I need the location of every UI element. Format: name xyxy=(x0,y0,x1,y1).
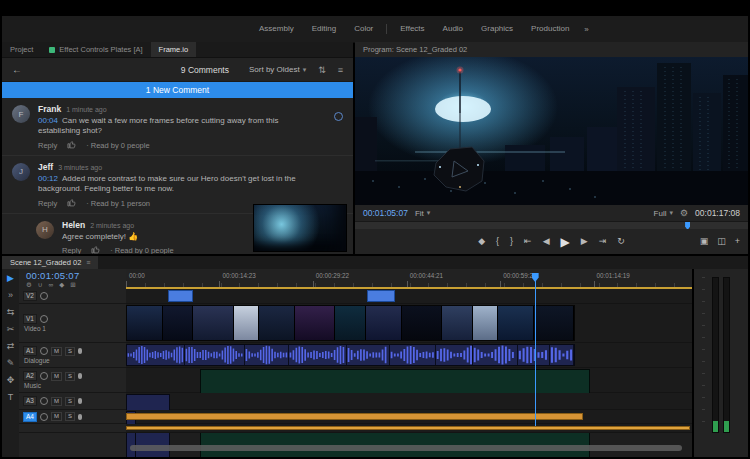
video-clip-thumbnail[interactable] xyxy=(335,306,366,340)
audio-clip-segment[interactable] xyxy=(347,345,390,365)
loop-button[interactable]: ↻ xyxy=(617,237,625,246)
track-patch-a2[interactable]: A2 xyxy=(23,371,37,381)
mute-button[interactable]: M xyxy=(51,372,62,381)
workspace-tab-color[interactable]: Color xyxy=(345,16,382,42)
track-lane-a1[interactable] xyxy=(126,343,692,368)
timeline-ruler[interactable]: 00:0000:00:14:2300:00:29:2200:00:44:2100… xyxy=(126,269,692,288)
video-clip-thumbnail[interactable] xyxy=(127,306,163,340)
video-clip-thumbnail[interactable] xyxy=(234,306,260,340)
clip-v2-adjustment[interactable] xyxy=(367,290,396,302)
track-lane-mix[interactable] xyxy=(126,424,692,433)
mute-button[interactable]: M xyxy=(51,347,62,356)
track-toggle-icon[interactable] xyxy=(40,372,48,380)
workspace-tab-assembly[interactable]: Assembly xyxy=(250,16,303,42)
selection-tool[interactable]: ▶ xyxy=(7,274,14,283)
like-icon[interactable] xyxy=(67,140,76,151)
track-toggle-icon[interactable] xyxy=(40,315,48,323)
panel-tab-frame-io[interactable]: Frame.io xyxy=(151,42,197,57)
workspace-tab-graphics[interactable]: Graphics xyxy=(472,16,522,42)
track-lane-a3[interactable] xyxy=(126,393,692,410)
go-to-out-button[interactable]: ⇥ xyxy=(599,237,607,246)
linked-selection-icon[interactable]: ∞ xyxy=(49,281,54,289)
track-patch-a1[interactable]: A1 xyxy=(23,346,37,356)
video-clip-thumbnail[interactable] xyxy=(442,306,473,340)
track-header-a4[interactable]: A4MS xyxy=(19,410,126,424)
export-frame-button[interactable]: ▣ xyxy=(700,237,709,246)
workspace-tab-audio[interactable]: Audio xyxy=(434,16,472,42)
filter-icon[interactable]: ⇅ xyxy=(318,65,326,75)
track-header-a3[interactable]: A3MS xyxy=(19,393,126,410)
video-clip-thumbnail[interactable] xyxy=(534,306,574,340)
reply-button[interactable]: Reply xyxy=(62,246,81,254)
comment-frank[interactable]: FFrank1 minute ago00:04Can we wait a few… xyxy=(2,98,353,156)
solo-button[interactable]: S xyxy=(65,412,75,421)
track-header-a1[interactable]: A1MSDialogue xyxy=(19,343,126,368)
video-clip-thumbnail[interactable] xyxy=(473,306,499,340)
track-lane-v1[interactable] xyxy=(126,304,692,343)
ripple-edit-tool[interactable]: ⇆ xyxy=(7,308,15,317)
video-clip-thumbnail[interactable] xyxy=(402,306,442,340)
video-clip-thumbnail[interactable] xyxy=(366,306,402,340)
track-lane-a2[interactable] xyxy=(126,368,692,393)
clip-dialogue[interactable] xyxy=(126,344,575,366)
like-icon[interactable] xyxy=(91,245,100,254)
workspace-tab-editing[interactable]: Editing xyxy=(303,16,345,42)
sort-dropdown[interactable]: Sort by Oldest ▾ xyxy=(249,65,306,74)
panel-tab-effect-controls-plates-a-[interactable]: Effect Controls Plates [A] xyxy=(41,42,150,57)
audio-clip-segment[interactable] xyxy=(245,345,289,365)
workspace-tab-effects[interactable]: Effects xyxy=(391,16,433,42)
reply-button[interactable]: Reply xyxy=(38,199,57,208)
video-clip-thumbnail[interactable] xyxy=(295,306,335,340)
sequence-tab[interactable]: Scene 12_Graded 02 ≡ xyxy=(2,256,98,269)
hand-tool[interactable]: ✥ xyxy=(7,376,15,385)
track-header-v1[interactable]: V1Video 1 xyxy=(19,304,126,343)
snap-icon[interactable]: ∪ xyxy=(38,281,43,289)
mic-icon[interactable] xyxy=(78,373,82,379)
timeline-settings-icon[interactable]: ⚙ xyxy=(26,281,32,289)
comment-timecode-link[interactable]: 00:04 xyxy=(38,116,58,125)
panel-settings-icon[interactable]: ≡ xyxy=(338,65,343,75)
audio-clip-segment[interactable] xyxy=(289,345,347,365)
video-clip-thumbnail[interactable] xyxy=(193,306,233,340)
button-editor-button[interactable]: + xyxy=(735,237,740,246)
mute-button[interactable]: M xyxy=(51,412,62,421)
track-header-mix[interactable] xyxy=(19,424,126,433)
slip-tool[interactable]: ⇄ xyxy=(7,342,15,351)
workspace-overflow-button[interactable]: » xyxy=(584,25,588,34)
track-patch-a4[interactable]: A4 xyxy=(23,412,37,422)
track-toggle-icon[interactable] xyxy=(40,347,48,355)
clip-a4-bar[interactable] xyxy=(126,413,583,420)
go-to-in-button[interactable]: ⇤ xyxy=(524,237,532,246)
audio-clip-segment[interactable] xyxy=(473,345,517,365)
track-patch-v2[interactable]: V2 xyxy=(23,291,37,301)
track-toggle-icon[interactable] xyxy=(40,397,48,405)
track-patch-a3[interactable]: A3 xyxy=(23,396,37,406)
clip-v2-adjustment[interactable] xyxy=(168,290,193,302)
like-icon[interactable] xyxy=(67,198,76,209)
video-clip-thumbnail[interactable] xyxy=(259,306,295,340)
audio-clip-segment[interactable] xyxy=(127,345,185,365)
playback-resolution-dropdown[interactable]: Full ▾ xyxy=(654,209,673,218)
track-lane-a4[interactable] xyxy=(126,410,692,424)
add-marker-icon[interactable]: ◆ xyxy=(59,281,64,289)
track-lane-v2[interactable] xyxy=(126,289,692,304)
audio-clip-segment[interactable] xyxy=(185,345,246,365)
play-button[interactable]: ▶ xyxy=(561,236,570,248)
timeline-display-icon[interactable]: ⊞ xyxy=(70,281,75,289)
track-toggle-icon[interactable] xyxy=(40,413,48,421)
program-video-frame[interactable] xyxy=(355,57,748,205)
step-back-button[interactable]: ◀ xyxy=(543,237,550,246)
new-comment-banner[interactable]: 1 New Comment xyxy=(2,82,353,98)
back-button[interactable]: ← xyxy=(12,64,22,75)
track-header-v2[interactable]: V2 xyxy=(19,289,126,304)
reply-button[interactable]: Reply xyxy=(38,141,57,150)
comment-timecode-link[interactable]: 00:12 xyxy=(38,174,58,183)
mic-icon[interactable] xyxy=(78,414,82,420)
audio-clip-segment[interactable] xyxy=(550,345,574,365)
comparison-view-button[interactable]: ◫ xyxy=(717,237,726,246)
track-patch-v1[interactable]: V1 xyxy=(23,314,37,324)
clip-mix-bar[interactable] xyxy=(126,426,690,430)
track-toggle-icon[interactable] xyxy=(40,292,48,300)
add-marker-button[interactable]: ◆ xyxy=(478,237,485,246)
pen-tool[interactable]: ✎ xyxy=(7,359,15,368)
